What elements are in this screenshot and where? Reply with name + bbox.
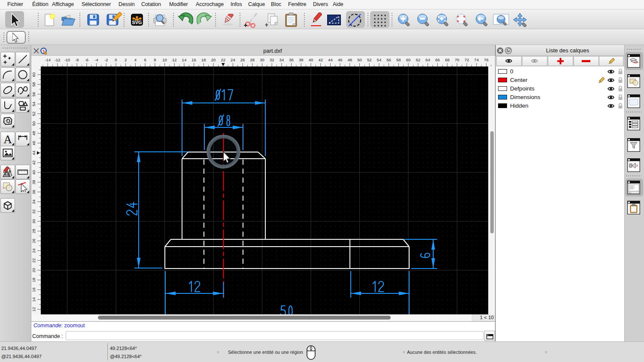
svg-text:26: 26: [31, 238, 36, 243]
svg-text:16: 16: [191, 57, 196, 62]
svg-text:60: 60: [406, 57, 411, 62]
svg-text:24: 24: [31, 248, 36, 253]
svg-text:38: 38: [31, 180, 36, 185]
svg-text:6: 6: [144, 57, 146, 62]
svg-text:-4: -4: [94, 57, 98, 62]
svg-text:-14: -14: [45, 57, 51, 62]
svg-text:18: 18: [31, 278, 36, 283]
svg-text:26: 26: [240, 57, 245, 62]
svg-text:68: 68: [445, 57, 450, 62]
svg-text:64: 64: [425, 57, 430, 62]
svg-text:4: 4: [134, 57, 137, 62]
svg-text:SVG: SVG: [132, 20, 142, 25]
svg-text:60: 60: [31, 72, 36, 77]
svg-text:40: 40: [309, 57, 313, 62]
svg-text:-10: -10: [64, 57, 70, 62]
svg-text:42: 42: [31, 160, 36, 165]
svg-text:30: 30: [31, 219, 36, 224]
svg-text:56: 56: [31, 92, 36, 97]
svg-text:58: 58: [31, 82, 36, 87]
svg-text:72: 72: [465, 57, 469, 62]
svg-text:62: 62: [416, 57, 420, 62]
svg-text:34: 34: [31, 199, 36, 204]
svg-text:52: 52: [31, 112, 36, 116]
svg-text:32: 32: [31, 209, 36, 214]
svg-text:-6: -6: [85, 57, 88, 62]
svg-text:56: 56: [386, 57, 391, 62]
svg-text:A: A: [3, 133, 12, 145]
svg-text:20: 20: [211, 57, 216, 62]
svg-text:14: 14: [182, 57, 187, 62]
svg-text:24: 24: [231, 57, 235, 62]
svg-text:8: 8: [154, 57, 156, 62]
svg-text:66: 66: [435, 57, 440, 62]
svg-text:58: 58: [396, 57, 401, 62]
svg-text:46: 46: [31, 141, 36, 145]
svg-text:42: 42: [318, 57, 323, 62]
svg-text:70: 70: [455, 57, 459, 62]
svg-text:10: 10: [162, 57, 167, 62]
svg-text:76: 76: [484, 57, 489, 62]
svg-text:74: 74: [474, 57, 479, 62]
svg-text:36: 36: [31, 190, 36, 194]
svg-text:52: 52: [367, 57, 372, 62]
svg-text:22: 22: [31, 258, 36, 263]
svg-text:50: 50: [31, 121, 36, 126]
svg-text:48: 48: [31, 131, 36, 136]
svg-text:40: 40: [31, 170, 36, 175]
svg-text:12: 12: [31, 307, 36, 312]
svg-text:32: 32: [270, 57, 274, 62]
svg-text:28: 28: [250, 57, 255, 62]
svg-text:54: 54: [31, 102, 36, 106]
svg-text:38: 38: [299, 57, 304, 62]
svg-text:c:: c:: [629, 192, 632, 194]
svg-text:12: 12: [172, 57, 177, 62]
svg-text:16: 16: [31, 287, 36, 292]
svg-text:30: 30: [260, 57, 264, 62]
svg-text:34: 34: [279, 57, 284, 62]
svg-text:14: 14: [31, 297, 36, 302]
svg-text:44: 44: [31, 151, 36, 155]
svg-text:20: 20: [31, 268, 36, 273]
svg-text:28: 28: [31, 229, 36, 234]
svg-text:-2: -2: [104, 57, 108, 62]
svg-text:0: 0: [115, 57, 117, 62]
svg-text:36: 36: [289, 57, 294, 62]
svg-text:18: 18: [201, 57, 206, 62]
svg-text:50: 50: [357, 57, 362, 62]
svg-text:22: 22: [221, 57, 225, 62]
svg-text:54: 54: [377, 57, 382, 62]
svg-text:2: 2: [125, 57, 127, 62]
svg-text:46: 46: [338, 57, 343, 62]
svg-text:44: 44: [328, 57, 333, 62]
svg-text:48: 48: [348, 57, 352, 62]
svg-text:-12: -12: [55, 57, 61, 62]
svg-text:-8: -8: [75, 57, 79, 62]
